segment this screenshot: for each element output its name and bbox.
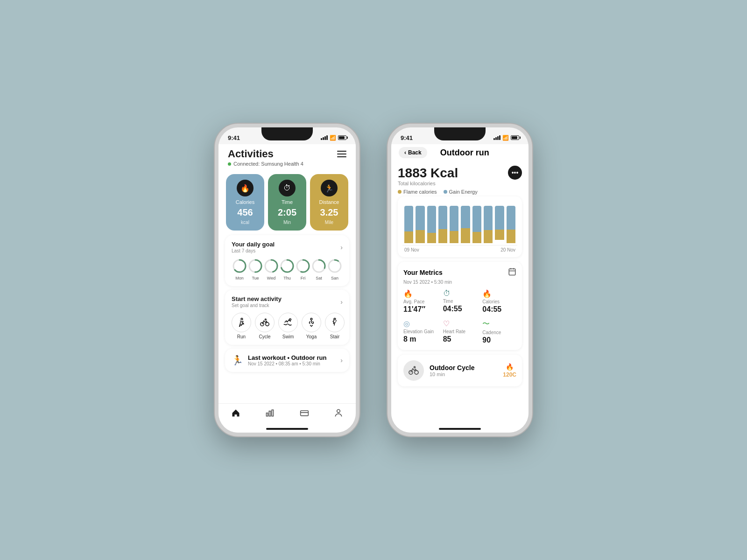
start-activity-section[interactable]: Start new activity Set goal and track › [225,290,349,345]
nav-chart[interactable] [265,408,275,418]
calories-card[interactable]: 🔥 Calories 456 kcal [226,174,264,231]
bar-4-yellow [438,229,447,243]
menu-button[interactable] [337,151,346,157]
ring-fri: Fri [295,258,311,280]
calories-card-unit: kcal [241,220,249,225]
svg-point-12 [329,260,341,272]
outdoor-cycle-meta: 10 min [430,371,497,377]
legend-energy-label: Gain Energy [449,189,478,195]
swim-label: Swim [282,334,294,339]
bar-1-blue [404,206,413,231]
bar-9 [495,206,504,243]
outdoor-cycle-cal: 120C [503,371,516,378]
svg-rect-22 [269,411,271,416]
kcal-label: Total kilocalories [398,181,478,186]
outdoor-cycle-card[interactable]: Outdoor Cycle 10 min 🔥 120C [398,355,522,386]
home-indicator-1 [266,428,308,430]
time-card-label: Time [282,199,293,205]
back-button[interactable]: ‹ Back [399,147,427,158]
bar-4-blue [438,206,447,229]
last-workout-chevron: › [340,357,343,364]
yoga-icon [302,313,321,332]
ring-thu-svg [279,258,295,274]
svg-point-14 [241,318,243,320]
activity-cards: 🔥 Calories 456 kcal ⏱ Time 2:05 Min 🏃 Di… [218,169,356,235]
avg-pace-value: 11'47″ [403,305,437,314]
metric-time: ⏱ Time 04:55 [443,289,477,314]
time-card[interactable]: ⏱ Time 2:05 Min [268,174,306,231]
outdoor-run-title: Outdoor run [440,148,489,158]
nav-profile[interactable] [334,408,343,418]
legend-flame: Flame calories [398,189,437,195]
ring-san-svg [327,258,343,274]
daily-goal-section[interactable]: Your daily goal Last 7 days › Mon [225,235,349,286]
phone-2-status-icons: 📶 [493,135,519,141]
outdoor-cycle-info: Outdoor Cycle 10 min [430,364,497,377]
last-workout-icon: 🏃 [232,355,243,366]
activity-yoga[interactable]: Yoga [302,313,321,339]
phones-container: 9:41 📶 Activities [215,124,532,436]
bar-7-blue [472,206,481,232]
phone-2-home-bar [391,420,529,433]
phone-2-time: 9:41 [401,134,413,141]
distance-card-icon: 🏃 [321,180,338,196]
last-workout-title: Last workout • Outdoor run [248,354,327,361]
distance-card-label: Distance [319,199,339,205]
ring-tue: Tue [247,258,263,280]
bar-8 [484,206,493,243]
svg-rect-27 [509,269,515,275]
metrics-title: Your Metrics [403,269,443,276]
battery-icon-2 [511,135,519,140]
phone-2-notch [434,127,486,140]
calories-metric-icon: 🔥 [482,289,516,298]
calendar-icon[interactable] [508,267,516,278]
bar-3-yellow [427,233,436,243]
start-activity-chevron: › [340,298,343,306]
stair-icon [325,313,345,332]
activity-run[interactable]: Run [232,313,251,339]
chart-container: 09 Nov 20 Nov [398,196,522,257]
metric-cadence: 〜 Cadence 90 [482,319,516,344]
bar-4 [438,206,447,243]
time-metric-icon: ⏱ [443,289,477,298]
nav-card[interactable] [300,408,309,418]
distance-card[interactable]: 🏃 Distance 3.25 Mile [310,174,348,231]
more-button[interactable]: ••• [508,166,522,180]
run-icon [232,313,251,332]
svg-point-20 [334,318,336,320]
phone-1-home-bar [218,420,356,433]
last-workout-section[interactable]: 🏃 Last workout • Outdoor run Nov 15 2022… [225,349,349,372]
cycle-label: Cycle [259,334,270,339]
svg-rect-24 [300,411,308,416]
activities-title: Activities [228,148,274,160]
activity-swim[interactable]: Swim [278,313,298,339]
signal-icon [321,135,328,140]
time-card-unit: Min [283,220,291,225]
metric-heart-rate: ♡ Heart Rate 85 [443,319,477,344]
activity-cycle[interactable]: Cycle [255,313,275,339]
activity-stair[interactable]: Stair [325,313,345,339]
bar-3 [427,206,436,243]
nav-home[interactable] [231,408,240,418]
bar-7-yellow [472,232,481,243]
ring-wed-label: Wed [267,276,275,280]
ring-fri-label: Fri [301,276,306,280]
bar-1-yellow [404,231,413,243]
heart-rate-icon: ♡ [443,319,477,328]
phone-2: 9:41 📶 ‹ Back Outdoor run [388,124,532,436]
activities-grid: Run Cycle [232,313,343,339]
ring-mon: Mon [232,258,247,280]
avg-pace-icon: 🔥 [403,289,437,298]
calories-card-value: 456 [237,208,253,217]
connection-dot [228,162,231,166]
legend-flame-label: Flame calories [403,189,437,195]
bar-9-blue [495,206,504,230]
daily-goal-chevron: › [340,244,343,251]
stair-label: Stair [330,334,340,339]
hamburger-line-3 [337,156,346,157]
metric-avg-pace: 🔥 Avg. Pace 11'47″ [403,289,437,314]
bar-7 [472,206,481,243]
legend-energy-dot [444,190,447,194]
ring-sat-svg [311,258,327,274]
yoga-label: Yoga [306,334,317,339]
